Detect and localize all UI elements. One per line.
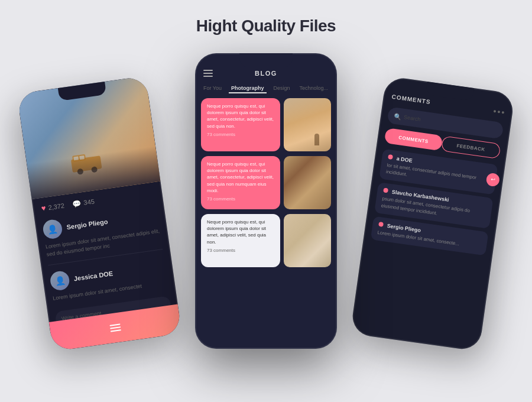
menu-icon (109, 323, 121, 332)
username-1: Sergio Pliego (66, 218, 108, 231)
page-title: Hight Quality Files (0, 0, 532, 35)
comments-stat: 💬 345 (72, 197, 95, 208)
phone-right: COMMENTS 🔍 Search COMMENTS FEEDBACK a DO… (350, 76, 515, 351)
svg-point-5 (91, 166, 98, 173)
tab-photography[interactable]: Photography (229, 84, 267, 93)
van-icon (66, 143, 116, 176)
heart-icon: ♥ (41, 203, 47, 213)
comments-title: COMMENTS (391, 93, 431, 105)
more-options-icon[interactable] (494, 110, 504, 114)
avatar-2: 👤 (49, 270, 70, 291)
svg-point-4 (77, 168, 83, 175)
comments-list: a DOE lor sit amet, consectetur adipis m… (364, 148, 505, 257)
chat-icon: 💬 (72, 199, 82, 208)
tab-feedback[interactable]: FEEDBACK (441, 136, 501, 160)
avatar-1: 👤 (42, 219, 63, 240)
blog-image-2 (284, 156, 331, 209)
likes-stat: ♥ 2,372 (41, 201, 65, 213)
blog-image-1 (284, 98, 331, 151)
username-2: Jessica DOE (73, 270, 113, 282)
svg-rect-0 (71, 155, 102, 173)
center-tabs: For You Photography Design Technolog... (195, 82, 337, 98)
tab-technology[interactable]: Technolog... (297, 84, 331, 93)
svg-rect-2 (73, 156, 79, 160)
tab-foryou[interactable]: For You (201, 84, 224, 93)
blog-text-2: Neque porro quisqu est, qui dolorem ipsu… (201, 156, 280, 209)
phone-left: ♥ 2,372 💬 345 👤 Sergio Pliego Lorem ipsu… (17, 76, 182, 351)
search-placeholder: Search (403, 114, 421, 122)
blog-image-3 (284, 214, 331, 267)
tab-design[interactable]: Design (271, 84, 293, 93)
blog-feed: Neque porro quisqu est, qui dolorem ipsu… (195, 98, 337, 349)
svg-rect-1 (72, 154, 86, 162)
blog-card-2: Neque porro quisqu est, qui dolorem ipsu… (201, 156, 331, 209)
svg-rect-3 (79, 155, 85, 160)
blog-text-3: Neque porro quisqu est, qui dolorem ipsu… (201, 214, 280, 267)
phone-center: BLOG For You Photography Design Technolo… (195, 53, 337, 349)
blog-card-3: Neque porro quisqu est, qui dolorem ipsu… (201, 214, 331, 267)
phones-container: ♥ 2,372 💬 345 👤 Sergio Pliego Lorem ipsu… (0, 47, 532, 390)
tab-comments[interactable]: COMMENTS (384, 128, 443, 151)
blog-text-1: Neque porro quisqu est, qui dolorem ipsu… (201, 98, 280, 151)
blog-title: BLOG (255, 70, 277, 77)
search-icon: 🔍 (394, 112, 401, 120)
blog-card-1: Neque porro quisqu est, qui dolorem ipsu… (201, 98, 331, 151)
hamburger-icon[interactable] (203, 70, 213, 77)
